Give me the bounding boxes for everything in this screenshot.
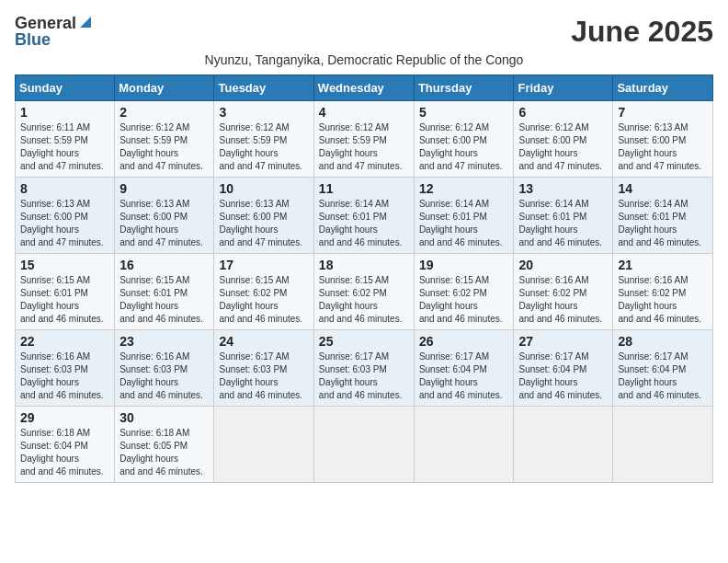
sunrise-label: Sunrise: 6:12 AM: [319, 122, 389, 132]
sunset-label: Sunset: 5:59 PM: [319, 135, 387, 145]
daylight-label: Daylight hours: [319, 301, 378, 311]
day-number: 6: [518, 105, 608, 120]
sunset-label: Sunset: 6:05 PM: [119, 441, 188, 451]
day-number: 15: [20, 258, 109, 272]
daylight-label: Daylight hours: [119, 148, 178, 158]
calendar-cell: 3 Sunrise: 6:12 AM Sunset: 5:59 PM Dayli…: [214, 101, 313, 178]
day-info: Sunrise: 6:17 AM Sunset: 6:04 PM Dayligh…: [618, 350, 708, 402]
calendar-cell: 23 Sunrise: 6:16 AM Sunset: 6:03 PM Dayl…: [115, 330, 214, 407]
day-info: Sunrise: 6:13 AM Sunset: 6:00 PM Dayligh…: [119, 198, 209, 249]
calendar-cell: 18 Sunrise: 6:15 AM Sunset: 6:02 PM Dayl…: [313, 254, 414, 330]
header-row: Sunday Monday Tuesday Wednesday Thursday…: [16, 75, 713, 101]
calendar-cell: 16 Sunrise: 6:15 AM Sunset: 6:01 PM Dayl…: [115, 254, 214, 330]
daylight-label: Daylight hours: [20, 224, 79, 235]
day-number: 5: [419, 105, 509, 120]
day-info: Sunrise: 6:14 AM Sunset: 6:01 PM Dayligh…: [419, 198, 509, 249]
sunset-label: Sunset: 6:02 PM: [419, 288, 487, 298]
daylight-label: Daylight hours: [419, 224, 478, 235]
day-number: 24: [219, 334, 308, 349]
calendar-cell: 27 Sunrise: 6:17 AM Sunset: 6:04 PM Dayl…: [514, 330, 613, 407]
sunrise-label: Sunrise: 6:15 AM: [319, 275, 389, 285]
daylight-label: Daylight hours: [419, 301, 478, 311]
day-info: Sunrise: 6:13 AM Sunset: 6:00 PM Dayligh…: [219, 198, 308, 249]
sunset-label: Sunset: 6:00 PM: [219, 212, 287, 222]
day-info: Sunrise: 6:13 AM Sunset: 6:00 PM Dayligh…: [20, 198, 109, 249]
daylight-duration: and and 47 minutes.: [319, 161, 403, 171]
page-container: General Blue June 2025 Nyunzu, Tanganyik…: [15, 15, 713, 483]
sunrise-label: Sunrise: 6:14 AM: [419, 199, 489, 209]
calendar-cell: 26 Sunrise: 6:17 AM Sunset: 6:04 PM Dayl…: [414, 330, 514, 407]
day-number: 27: [518, 334, 608, 349]
daylight-duration: and and 46 minutes.: [319, 314, 403, 324]
daylight-label: Daylight hours: [219, 377, 278, 387]
calendar-cell: 8 Sunrise: 6:13 AM Sunset: 6:00 PM Dayli…: [16, 178, 115, 254]
day-number: 20: [518, 258, 608, 272]
sunset-label: Sunset: 6:01 PM: [319, 212, 387, 222]
sunset-label: Sunset: 6:02 PM: [518, 288, 586, 298]
daylight-label: Daylight hours: [518, 301, 577, 311]
col-wednesday: Wednesday: [313, 75, 414, 101]
calendar-cell: [613, 407, 713, 483]
daylight-duration: and and 46 minutes.: [219, 390, 302, 400]
daylight-duration: and and 46 minutes.: [119, 390, 203, 400]
day-number: 8: [20, 181, 109, 196]
calendar-cell: [214, 407, 313, 483]
sunset-label: Sunset: 6:01 PM: [618, 212, 686, 222]
day-number: 10: [219, 181, 308, 196]
daylight-duration: and and 46 minutes.: [219, 314, 302, 324]
calendar-body: 1 Sunrise: 6:11 AM Sunset: 5:59 PM Dayli…: [16, 101, 713, 483]
day-info: Sunrise: 6:16 AM Sunset: 6:02 PM Dayligh…: [518, 274, 608, 326]
daylight-duration: and and 46 minutes.: [20, 390, 104, 400]
calendar-cell: 20 Sunrise: 6:16 AM Sunset: 6:02 PM Dayl…: [514, 254, 613, 330]
daylight-label: Daylight hours: [518, 224, 577, 235]
day-number: 18: [319, 258, 409, 272]
sunset-label: Sunset: 6:03 PM: [119, 364, 188, 374]
day-info: Sunrise: 6:17 AM Sunset: 6:03 PM Dayligh…: [219, 350, 308, 402]
day-number: 22: [20, 334, 109, 349]
day-info: Sunrise: 6:12 AM Sunset: 6:00 PM Dayligh…: [518, 121, 608, 173]
daylight-duration: and and 47 minutes.: [618, 161, 701, 171]
day-info: Sunrise: 6:12 AM Sunset: 6:00 PM Dayligh…: [419, 121, 509, 173]
day-info: Sunrise: 6:12 AM Sunset: 5:59 PM Dayligh…: [319, 121, 409, 173]
subtitle: Nyunzu, Tanganyika, Democratic Republic …: [15, 52, 713, 67]
daylight-duration: and and 47 minutes.: [119, 237, 203, 247]
daylight-label: Daylight hours: [319, 377, 378, 387]
day-number: 30: [119, 410, 209, 425]
day-number: 11: [319, 181, 409, 196]
sunset-label: Sunset: 6:04 PM: [20, 441, 88, 451]
daylight-label: Daylight hours: [119, 224, 178, 235]
daylight-duration: and and 46 minutes.: [518, 314, 602, 324]
svg-marker-0: [80, 17, 91, 28]
sunrise-label: Sunrise: 6:13 AM: [119, 199, 189, 209]
sunrise-label: Sunrise: 6:18 AM: [20, 428, 90, 438]
sunrise-label: Sunrise: 6:16 AM: [20, 351, 90, 362]
daylight-duration: and and 46 minutes.: [119, 314, 203, 324]
week-row-3: 15 Sunrise: 6:15 AM Sunset: 6:01 PM Dayl…: [16, 254, 713, 330]
day-info: Sunrise: 6:17 AM Sunset: 6:04 PM Dayligh…: [419, 350, 509, 402]
day-number: 29: [20, 410, 109, 425]
daylight-label: Daylight hours: [618, 301, 677, 311]
sunset-label: Sunset: 6:01 PM: [518, 212, 586, 222]
day-info: Sunrise: 6:14 AM Sunset: 6:01 PM Dayligh…: [618, 198, 708, 249]
daylight-label: Daylight hours: [20, 454, 79, 464]
sunrise-label: Sunrise: 6:14 AM: [319, 199, 389, 209]
day-info: Sunrise: 6:15 AM Sunset: 6:02 PM Dayligh…: [219, 274, 308, 326]
sunset-label: Sunset: 6:00 PM: [119, 212, 188, 222]
daylight-label: Daylight hours: [20, 148, 79, 158]
sunrise-label: Sunrise: 6:17 AM: [518, 351, 588, 362]
sunset-label: Sunset: 5:59 PM: [20, 135, 88, 145]
daylight-duration: and and 46 minutes.: [419, 237, 503, 247]
daylight-duration: and and 46 minutes.: [518, 390, 602, 400]
day-info: Sunrise: 6:12 AM Sunset: 5:59 PM Dayligh…: [119, 121, 209, 173]
sunset-label: Sunset: 6:04 PM: [618, 364, 686, 374]
sunset-label: Sunset: 6:01 PM: [119, 288, 188, 298]
calendar-cell: 6 Sunrise: 6:12 AM Sunset: 6:00 PM Dayli…: [514, 101, 613, 178]
col-thursday: Thursday: [414, 75, 514, 101]
sunrise-label: Sunrise: 6:12 AM: [419, 122, 489, 132]
calendar-cell: 14 Sunrise: 6:14 AM Sunset: 6:01 PM Dayl…: [613, 178, 713, 254]
calendar-cell: 25 Sunrise: 6:17 AM Sunset: 6:03 PM Dayl…: [313, 330, 414, 407]
day-info: Sunrise: 6:15 AM Sunset: 6:01 PM Dayligh…: [119, 274, 209, 326]
calendar-table: Sunday Monday Tuesday Wednesday Thursday…: [15, 75, 713, 483]
calendar-cell: [514, 407, 613, 483]
calendar-cell: 22 Sunrise: 6:16 AM Sunset: 6:03 PM Dayl…: [16, 330, 115, 407]
